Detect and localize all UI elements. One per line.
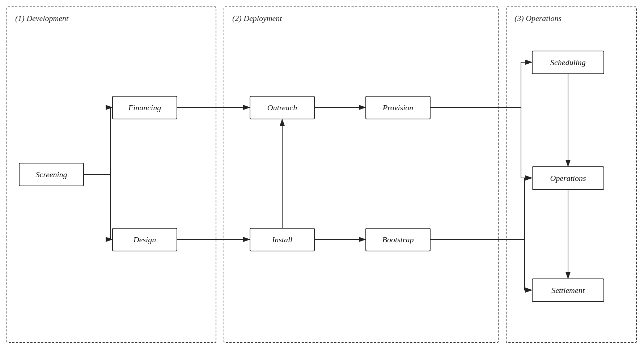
node-operations: Operations: [532, 166, 604, 190]
phase-operations-label: (3) Operations: [514, 14, 562, 23]
node-install: Install: [250, 228, 315, 251]
phase-deployment: (2) Deployment: [224, 7, 499, 343]
node-scheduling: Scheduling: [532, 51, 604, 74]
node-outreach: Outreach: [250, 96, 315, 119]
diagram-container: (1) Development (2) Deployment (3) Opera…: [0, 0, 644, 353]
node-settlement: Settlement: [532, 278, 604, 302]
phase-deployment-label: (2) Deployment: [232, 14, 282, 23]
node-financing: Financing: [112, 96, 177, 119]
phase-development-label: (1) Development: [15, 14, 68, 23]
node-design: Design: [112, 228, 177, 251]
node-screening: Screening: [19, 163, 84, 186]
node-bootstrap: Bootstrap: [365, 228, 431, 251]
node-provision: Provision: [365, 96, 431, 119]
